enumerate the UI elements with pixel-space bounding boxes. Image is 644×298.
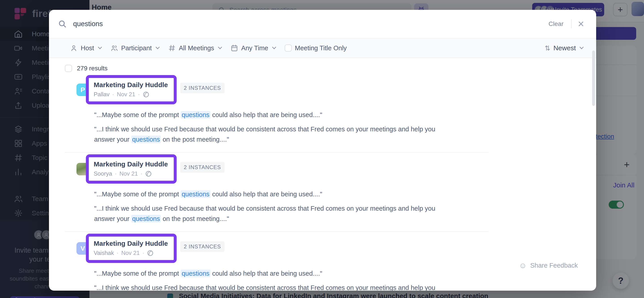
host-name: Vaishak — [94, 250, 114, 257]
time-filter-label: Any Time — [241, 44, 268, 52]
results-list: 279 results P Marketing Daily Huddle Pal… — [49, 58, 596, 291]
smiley-icon: ☺ — [519, 262, 526, 269]
share-feedback-label: Share Feedback — [530, 262, 578, 269]
snippet-text: could also help that are being used...." — [210, 191, 322, 198]
host-filter[interactable]: Host — [67, 44, 104, 52]
meta-dot: · — [140, 170, 142, 177]
meta-dot: · — [112, 91, 114, 98]
meeting-meta: Pallav · Nov 21 · — [94, 91, 168, 98]
meta-dot: · — [138, 91, 140, 98]
chevron-down-icon — [580, 45, 584, 49]
search-result-row[interactable]: Marketing Daily Huddle Soorya · Nov 21 ·… — [65, 153, 488, 232]
search-result-row[interactable]: P Marketing Daily Huddle Pallav · Nov 21… — [65, 73, 488, 153]
share-feedback-button[interactable]: ☺ Share Feedback — [519, 262, 578, 269]
meta-dot: · — [117, 250, 119, 257]
snippet-text: on the post meeting...." — [161, 136, 229, 143]
annotation-highlight-box[interactable]: Marketing Daily Huddle Vaishak · Nov 21 … — [86, 234, 177, 263]
snippet: "...I think we should use Fred because t… — [94, 124, 445, 145]
search-modal: Clear × Host Participant All Meetings — [49, 10, 596, 291]
modal-search-input[interactable] — [73, 20, 545, 28]
instances-badge: 2 INSTANCES — [180, 83, 225, 93]
results-count-row: 279 results — [65, 65, 596, 72]
meta-dot: · — [142, 250, 144, 257]
snippet-text: "...Maybe some of the prompt — [94, 111, 181, 118]
chevron-down-icon — [272, 45, 276, 49]
chevron-down-icon — [218, 45, 222, 49]
snippet-highlight: questions — [181, 111, 210, 119]
meetings-filter[interactable]: All Meetings — [166, 44, 224, 52]
snippets: "...Maybe some of the prompt questions c… — [94, 189, 445, 224]
sort-icon: ⇅ — [545, 44, 550, 52]
snippet: "...Maybe some of the prompt questions c… — [94, 189, 445, 199]
hash-icon — [168, 44, 176, 52]
snippets: "...Maybe some of the prompt questions c… — [94, 268, 445, 291]
snippet: "...Maybe some of the prompt questions c… — [94, 110, 445, 120]
person-icon — [70, 44, 78, 52]
snippets: "...Maybe some of the prompt questions c… — [94, 110, 445, 145]
result-head: P Marketing Daily Huddle Pallav · Nov 21… — [76, 75, 488, 104]
title-only-checkbox[interactable] — [285, 44, 292, 52]
meeting-meta: Soorya · Nov 21 · — [94, 170, 168, 177]
search-result-row[interactable]: V Marketing Daily Huddle Vaishak · Nov 2… — [65, 232, 488, 291]
annotation-highlight-box[interactable]: Marketing Daily Huddle Soorya · Nov 21 · — [86, 154, 177, 184]
snippet-highlight: questions — [181, 190, 210, 198]
sort-dropdown[interactable]: ⇅ Newest — [545, 44, 583, 52]
meetings-filter-label: All Meetings — [179, 44, 214, 52]
snippet-text: "...I think we should use Fred because t… — [94, 284, 435, 291]
title-only-label: Meeting Title Only — [295, 44, 347, 52]
result-head: V Marketing Daily Huddle Vaishak · Nov 2… — [76, 234, 488, 263]
participant-filter[interactable]: Participant — [108, 44, 162, 52]
title-only-filter[interactable]: Meeting Title Only — [282, 44, 350, 52]
snippet-text: could also help that are being used...." — [210, 111, 322, 118]
fireflies-mark-icon — [147, 250, 154, 257]
meeting-title[interactable]: Marketing Daily Huddle — [94, 81, 168, 89]
snippet-highlight: questions — [131, 215, 161, 223]
annotation-highlight-box[interactable]: Marketing Daily Huddle Pallav · Nov 21 · — [86, 75, 177, 104]
chevron-down-icon — [98, 45, 102, 49]
host-filter-label: Host — [81, 44, 94, 52]
snippet-text: could also help that are being used...." — [210, 270, 322, 277]
fireflies-app: fireflies.ai Home Meetings Meeting Statu… — [0, 0, 644, 298]
time-filter[interactable]: Any Time — [228, 44, 278, 52]
snippet-highlight: questions — [131, 136, 161, 143]
meeting-meta: Vaishak · Nov 21 · — [94, 250, 168, 257]
clear-search-button[interactable]: Clear — [545, 18, 567, 30]
fireflies-mark-icon — [143, 91, 149, 98]
meeting-date: Nov 21 — [120, 170, 138, 177]
instances-badge: 2 INSTANCES — [180, 241, 225, 252]
meta-dot: · — [115, 170, 117, 177]
snippet-text: on the post meeting...." — [161, 215, 229, 222]
modal-scrollbar[interactable] — [592, 50, 595, 106]
filter-bar: Host Participant All Meetings Any Time M — [49, 38, 596, 58]
snippet: "...Maybe some of the prompt questions c… — [94, 268, 445, 279]
chevron-down-icon — [156, 45, 160, 49]
select-all-checkbox[interactable] — [65, 65, 72, 72]
snippet-highlight: questions — [181, 270, 210, 277]
snippet: "...I think we should use Fred because t… — [94, 283, 445, 291]
fireflies-mark-icon — [145, 170, 152, 177]
header-divider — [571, 19, 572, 28]
host-name: Pallav — [94, 91, 110, 98]
meeting-title[interactable]: Marketing Daily Huddle — [94, 240, 168, 247]
snippet-text: "...Maybe some of the prompt — [94, 270, 181, 277]
people-icon — [110, 44, 118, 52]
meeting-date: Nov 21 — [121, 250, 140, 257]
results-count: 279 results — [77, 65, 108, 72]
calendar-icon — [230, 44, 238, 52]
snippet-text: "...Maybe some of the prompt — [94, 191, 181, 198]
modal-search-row: Clear × — [49, 10, 596, 38]
sort-label: Newest — [554, 44, 576, 52]
host-name: Soorya — [94, 170, 112, 177]
meeting-date: Nov 21 — [117, 91, 135, 98]
search-icon — [58, 19, 67, 28]
meeting-title[interactable]: Marketing Daily Huddle — [94, 160, 168, 168]
close-icon[interactable]: × — [576, 19, 586, 28]
snippet: "...I think we should use Fred because t… — [94, 203, 445, 224]
participant-filter-label: Participant — [121, 44, 152, 52]
result-head: Marketing Daily Huddle Soorya · Nov 21 ·… — [76, 154, 488, 184]
instances-badge: 2 INSTANCES — [180, 162, 225, 173]
